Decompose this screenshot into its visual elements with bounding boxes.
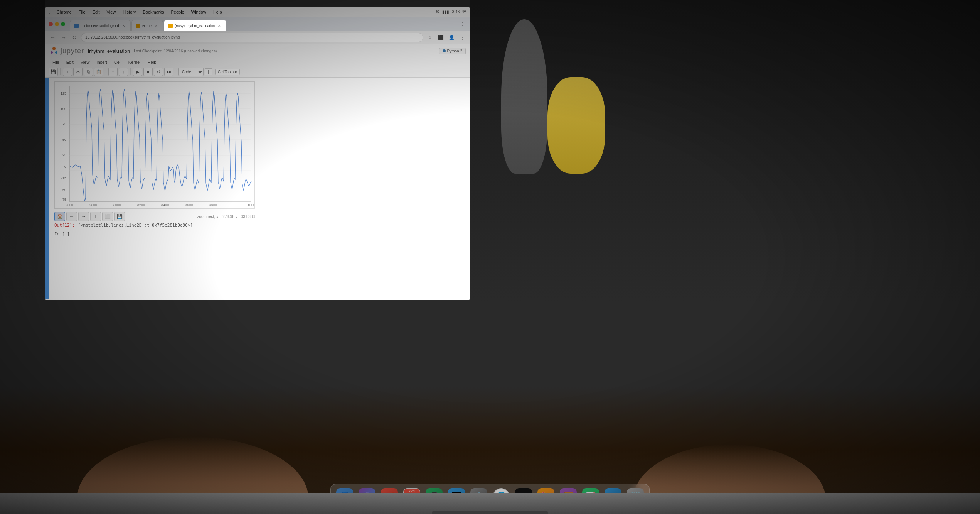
jupyter-menubar: File Edit View Insert Cell Kernel Help — [45, 58, 470, 66]
chart-pan-button[interactable]: + — [90, 212, 101, 221]
forward-nav-button[interactable]: → — [59, 33, 68, 42]
notebook-title[interactable]: irhythm_evaluation — [88, 48, 130, 54]
address-bar[interactable]: 10.79.12.231:8000/notebooks/irhythm_eval… — [81, 33, 423, 42]
maximize-button[interactable] — [61, 22, 65, 26]
svg-text:-25: -25 — [61, 176, 66, 180]
tab-fix-cardiologist[interactable]: Fix for new cardiologist data... ✕ — [70, 20, 131, 31]
celltoolbar-button[interactable]: CellToolbar — [215, 69, 240, 75]
toolbar-paste-button[interactable]: 📋 — [94, 68, 103, 76]
toolbar-restart-run-button[interactable]: ⏭ — [164, 68, 173, 76]
toolbar-moveup-button[interactable]: ↑ — [108, 68, 118, 76]
microphone-decor — [501, 19, 547, 174]
svg-point-1 — [51, 51, 53, 54]
bg-left — [0, 0, 45, 301]
jup-cell-menu[interactable]: Cell — [111, 59, 125, 65]
jup-view-menu[interactable]: View — [77, 59, 93, 65]
reload-nav-button[interactable]: ↻ — [70, 33, 79, 42]
svg-text:-75: -75 — [61, 198, 66, 201]
edit-menu-item[interactable]: Edit — [90, 9, 102, 15]
jup-file-menu[interactable]: File — [49, 59, 62, 65]
tab-close-3[interactable]: ✕ — [217, 23, 222, 29]
python-version-label: Python 2 — [447, 49, 462, 53]
macos-menubar:  Chrome File Edit View History Bookmark… — [45, 7, 470, 17]
toolbar-run-button[interactable]: ▶ — [133, 68, 142, 76]
wifi-icon: ⌘ — [435, 10, 439, 14]
toolbar-restart-button[interactable]: ↺ — [154, 68, 163, 76]
chrome-menu-icon[interactable]: ⋮ — [458, 33, 466, 42]
chrome-tabs: Fix for new cardiologist data... ✕ Home … — [70, 17, 456, 31]
chart-coordinates: zoom rect, x=3278.98 y=-331.383 — [197, 215, 255, 219]
bookmarks-menu-item[interactable]: Bookmarks — [140, 9, 166, 15]
jupyter-logo: jupyter — [49, 46, 84, 56]
traffic-lights — [49, 22, 65, 26]
svg-text:3400: 3400 — [161, 203, 169, 207]
output-row: Out[12]: [<matplotlib.lines.Line2D at 0x… — [54, 223, 464, 228]
notebook-body: 125 100 75 50 25 0 -25 -50 -75 2600 — [45, 78, 470, 299]
file-menu-item[interactable]: File — [76, 9, 88, 15]
svg-text:2600: 2600 — [66, 203, 73, 207]
window-menu-item[interactable]: Window — [189, 9, 209, 15]
svg-point-2 — [55, 51, 57, 54]
toolbar-separator-4 — [176, 68, 176, 75]
svg-point-0 — [52, 47, 56, 50]
profile-icon[interactable]: 👤 — [447, 33, 456, 42]
calendar-month: JUN — [404, 489, 420, 493]
svg-text:3800: 3800 — [209, 203, 217, 207]
jup-insert-menu[interactable]: Insert — [93, 59, 110, 65]
cell-type-selector[interactable]: Code Markdown Raw — [178, 68, 204, 76]
cell-toolbar-toggle[interactable]: | — [205, 68, 212, 75]
toolbar-stop-button[interactable]: ■ — [143, 68, 153, 76]
toolbar-cut-button[interactable]: ✂ — [73, 68, 83, 76]
chrome-settings-icon[interactable]: ⋮ — [458, 20, 466, 28]
tab-favicon-3 — [168, 24, 173, 28]
help-menu-item[interactable]: Help — [211, 9, 224, 15]
chart-zoom-button[interactable]: ⬜ — [102, 212, 113, 221]
chrome-addressbar: ← → ↻ 10.79.12.231:8000/notebooks/irhyth… — [45, 31, 470, 44]
battery-icon: ▮▮▮ — [442, 10, 449, 14]
jup-help-menu[interactable]: Help — [145, 59, 160, 65]
apple-logo-icon:  — [49, 9, 51, 15]
extensions-icon[interactable]: ⬛ — [436, 33, 445, 42]
close-button[interactable] — [49, 22, 53, 26]
hands-area — [0, 302, 980, 514]
svg-text:75: 75 — [62, 122, 66, 126]
chart-home-button[interactable]: 🏠 — [54, 212, 65, 221]
tab-home[interactable]: Home ✕ — [131, 20, 163, 31]
chart-forward-button[interactable]: → — [78, 212, 89, 221]
checkpoint-info: Last Checkpoint: 12/04/2016 (unsaved cha… — [134, 49, 217, 53]
jup-edit-menu[interactable]: Edit — [63, 59, 77, 65]
toolbar-save-button[interactable]: 💾 — [49, 68, 58, 76]
clock: 3:46 PM — [452, 10, 466, 14]
svg-text:3200: 3200 — [137, 203, 145, 207]
minimize-button[interactable] — [55, 22, 59, 26]
tab-close-2[interactable]: ✕ — [153, 23, 159, 29]
cell-content-area: 125 100 75 50 25 0 -25 -50 -75 2600 — [49, 78, 470, 299]
svg-text:50: 50 — [62, 138, 66, 142]
chart-save-button[interactable]: 💾 — [114, 212, 125, 221]
svg-text:0: 0 — [64, 165, 66, 169]
chrome-menu-item[interactable]: Chrome — [54, 9, 74, 15]
svg-text:3000: 3000 — [113, 203, 121, 207]
tab-label-3: (Busy) irhythm_evaluation — [175, 24, 215, 28]
toolbar-separator-1 — [60, 68, 61, 75]
tab-close-1[interactable]: ✕ — [121, 23, 126, 29]
toolbar-copy-button[interactable]: ⎘ — [84, 68, 93, 76]
tab-irhythm[interactable]: (Busy) irhythm_evaluation ✕ — [164, 20, 226, 31]
output-label: Out[12]: — [54, 223, 75, 228]
yellow-object-decor — [547, 77, 605, 174]
toolbar-movedown-button[interactable]: ↓ — [119, 68, 128, 76]
people-menu-item[interactable]: People — [169, 9, 187, 15]
view-menu-item[interactable]: View — [104, 9, 118, 15]
svg-text:100: 100 — [61, 107, 66, 111]
svg-text:4000: 4000 — [248, 203, 255, 207]
active-cell-indicator — [45, 78, 49, 299]
output-value: [<matplotlib.lines.Line2D at 0x7f5e281b0… — [78, 223, 193, 228]
jupyter-toolbar: 💾 + ✂ ⎘ 📋 ↑ ↓ ▶ ■ ↺ ⏭ Code — [45, 66, 470, 78]
history-menu-item[interactable]: History — [120, 9, 138, 15]
back-nav-button[interactable]: ← — [49, 33, 57, 42]
python-badge: Python 2 — [439, 48, 466, 54]
bookmark-icon[interactable]: ☆ — [426, 33, 434, 42]
toolbar-add-button[interactable]: + — [63, 68, 72, 76]
chart-back-button[interactable]: ← — [66, 212, 77, 221]
jup-kernel-menu[interactable]: Kernel — [125, 59, 144, 65]
